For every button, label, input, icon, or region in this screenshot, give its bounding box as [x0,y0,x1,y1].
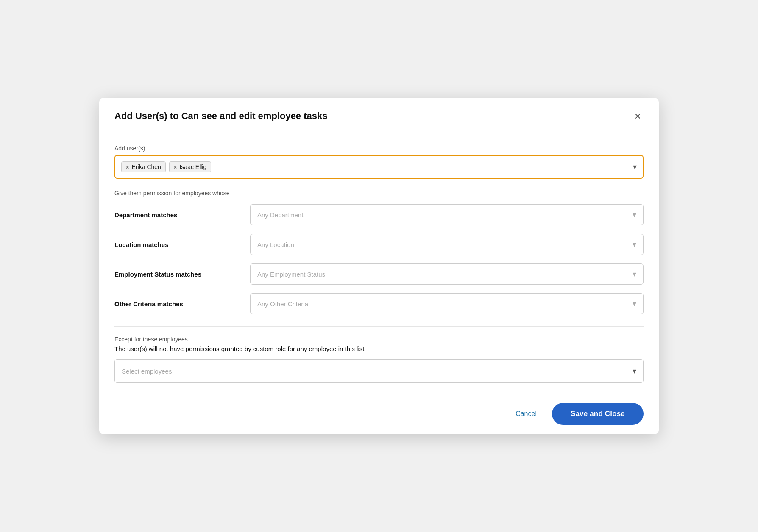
tag-erika-chen: × Erika Chen [121,161,166,172]
department-placeholder: Any Department [257,211,303,219]
cancel-button[interactable]: Cancel [509,406,543,422]
modal-body: Add user(s) × Erika Chen × Isaac Ellig ▾… [99,132,659,393]
criteria-row-other-criteria: Other Criteria matches Any Other Criteri… [114,293,644,314]
modal-title: Add User(s) to Can see and edit employee… [114,111,328,122]
modal-header: Add User(s) to Can see and edit employee… [99,98,659,132]
location-dropdown-icon: ▾ [633,240,636,249]
add-users-label: Add user(s) [114,145,644,152]
except-description: The user(s) will not have permissions gr… [114,345,644,352]
department-select[interactable]: Any Department ▾ [250,204,644,225]
other-criteria-select[interactable]: Any Other Criteria ▾ [250,293,644,314]
tag-remove-isaac[interactable]: × [174,164,177,170]
except-label: Except for these employees [114,336,644,343]
criteria-row-employment-status: Employment Status matches Any Employment… [114,263,644,285]
department-dropdown-icon: ▾ [633,210,636,219]
divider [114,326,644,327]
location-placeholder: Any Location [257,241,294,248]
employment-status-label: Employment Status matches [114,271,250,278]
location-label: Location matches [114,241,250,248]
tags-area: × Erika Chen × Isaac Ellig [121,161,629,172]
select-employees-placeholder: Select employees [122,368,172,375]
select-employees-box[interactable]: Select employees ▾ [114,359,644,383]
employment-status-select[interactable]: Any Employment Status ▾ [250,263,644,285]
select-employees-dropdown-icon: ▾ [633,366,636,376]
modal-footer: Cancel Save and Close [99,393,659,434]
tag-isaac-ellig: × Isaac Ellig [169,161,211,172]
add-users-modal: Add User(s) to Can see and edit employee… [99,98,659,434]
tag-remove-erika[interactable]: × [126,164,129,170]
other-criteria-dropdown-icon: ▾ [633,299,636,308]
user-select-box[interactable]: × Erika Chen × Isaac Ellig ▾ [114,155,644,179]
other-criteria-placeholder: Any Other Criteria [257,300,308,308]
tag-label-isaac: Isaac Ellig [179,163,206,170]
permission-label: Give them permission for employees whose [114,190,644,197]
criteria-row-department: Department matches Any Department ▾ [114,204,644,225]
location-select[interactable]: Any Location ▾ [250,234,644,255]
tag-label-erika: Erika Chen [132,163,161,170]
criteria-row-location: Location matches Any Location ▾ [114,234,644,255]
save-and-close-button[interactable]: Save and Close [552,403,644,425]
other-criteria-label: Other Criteria matches [114,300,250,308]
employment-status-dropdown-icon: ▾ [633,269,636,279]
employment-status-placeholder: Any Employment Status [257,271,325,278]
department-label: Department matches [114,211,250,219]
user-select-dropdown-icon: ▾ [633,162,637,172]
close-button[interactable]: × [632,110,644,122]
